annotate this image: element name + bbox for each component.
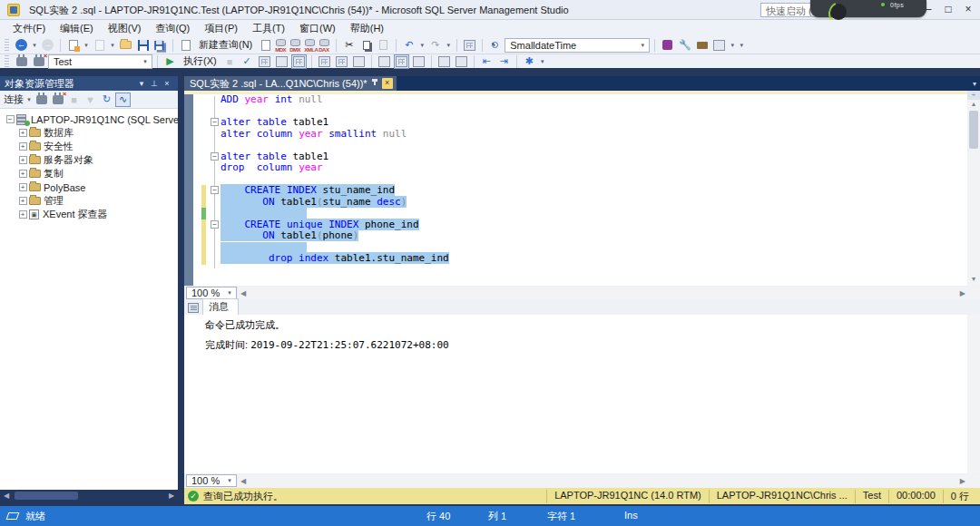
- undo-button[interactable]: ↶: [401, 38, 416, 53]
- client-stats-button[interactable]: [351, 54, 367, 69]
- connect-button[interactable]: [14, 54, 29, 69]
- code-line-1[interactable]: ADD year int null: [220, 94, 980, 106]
- xmla-query-button[interactable]: XMLA: [304, 39, 317, 52]
- properties-wrench-button[interactable]: 🔧: [677, 38, 692, 53]
- tree-item-6[interactable]: +▣XEvent 探查器: [0, 208, 178, 221]
- save-button[interactable]: [135, 38, 151, 53]
- menu-item-3[interactable]: 查询(Q): [148, 20, 197, 36]
- outline-collapse-icon[interactable]: −: [211, 118, 219, 126]
- tab-pin-icon[interactable]: [371, 79, 378, 88]
- toolbar-grip[interactable]: [5, 39, 9, 52]
- scroll-right-arrow[interactable]: ▶: [960, 289, 965, 297]
- scrollbar-thumb[interactable]: [15, 492, 78, 500]
- toolbar-overflow[interactable]: ▾: [738, 42, 745, 49]
- tree-item-5[interactable]: +管理: [0, 194, 178, 208]
- tree-expand-icon[interactable]: +: [19, 156, 27, 164]
- live-stats-button[interactable]: [274, 54, 289, 69]
- tree-expand-icon[interactable]: +: [19, 183, 27, 191]
- close-button[interactable]: ×: [958, 0, 978, 19]
- active-document-tab[interactable]: SQL实验 2 .sql - LA...Q1NC\Chris (54))* ×: [184, 76, 397, 91]
- tree-item-server[interactable]: −LAPTOP-JR91Q1NC (SQL Server 14.0.: [0, 112, 178, 126]
- tree-item-4[interactable]: +PolyBase: [0, 180, 178, 194]
- paste-button[interactable]: [376, 38, 391, 53]
- copy-button[interactable]: [358, 38, 374, 53]
- toolbox-button[interactable]: [694, 38, 710, 53]
- panel-menu-icon[interactable]: ▾: [135, 79, 148, 88]
- script-options-button[interactable]: [462, 38, 477, 53]
- navigate-back-dropdown[interactable]: ▾: [31, 42, 38, 49]
- connect-dropdown-button[interactable]: 连接: [4, 93, 24, 106]
- tab-close-icon[interactable]: ×: [382, 78, 393, 89]
- add-item-button[interactable]: [92, 38, 107, 53]
- tree-item-0[interactable]: +数据库: [0, 126, 178, 140]
- code-line-6[interactable]: alter table table1: [220, 151, 980, 163]
- mdx-query-button[interactable]: MDX: [275, 39, 288, 52]
- tree-expand-icon[interactable]: +: [19, 129, 27, 137]
- outline-collapse-icon[interactable]: −: [211, 186, 219, 194]
- tree-expand-icon[interactable]: −: [6, 115, 15, 123]
- parse-button[interactable]: ✓: [240, 54, 255, 69]
- tree-item-1[interactable]: +安全性: [0, 140, 178, 153]
- scroll-left-arrow[interactable]: ◀: [240, 477, 246, 485]
- results-to-text-button[interactable]: [377, 54, 392, 69]
- scroll-left-arrow[interactable]: ◀: [240, 289, 246, 297]
- redo-button[interactable]: ↷: [427, 38, 443, 53]
- save-all-button[interactable]: [152, 38, 168, 53]
- cancel-query-button[interactable]: ■: [222, 54, 238, 69]
- outline-collapse-icon[interactable]: −: [211, 220, 219, 229]
- pin-icon[interactable]: ⊥: [148, 79, 161, 88]
- connect-server-icon[interactable]: [34, 93, 49, 107]
- scroll-down-arrow[interactable]: ▼: [967, 276, 980, 282]
- estimated-plan-button[interactable]: [257, 54, 272, 69]
- editor-zoom-combo[interactable]: 100 %▾: [186, 287, 237, 299]
- comment-button[interactable]: [436, 54, 452, 69]
- cut-button[interactable]: ✂: [341, 38, 357, 53]
- messages-hscrollbar[interactable]: ◀ ▶: [239, 474, 980, 487]
- menu-item-6[interactable]: 窗口(W): [292, 20, 343, 36]
- increase-indent-button[interactable]: ⇥: [496, 54, 512, 69]
- split-handle-icon[interactable]: ÷: [967, 91, 980, 100]
- tree-expand-icon[interactable]: +: [19, 197, 27, 205]
- editor-vscrollbar[interactable]: ÷ ▲ ▼: [967, 91, 980, 286]
- code-area[interactable]: ADD year int nullalter table table1alter…: [220, 94, 980, 265]
- scroll-left-arrow[interactable]: ◀: [0, 492, 13, 500]
- messages-zoom-combo[interactable]: 100 %▾: [186, 474, 237, 487]
- results-to-file-button[interactable]: [411, 54, 426, 69]
- scroll-right-arrow[interactable]: ▶: [165, 492, 178, 500]
- messages-vscrollbar[interactable]: [967, 315, 980, 473]
- new-query-icon[interactable]: [178, 38, 193, 53]
- scrollbar-thumb[interactable]: [969, 111, 978, 149]
- tree-item-3[interactable]: +复制: [0, 167, 178, 180]
- menu-item-4[interactable]: 项目(P): [197, 20, 245, 36]
- tree-expand-icon[interactable]: +: [19, 142, 27, 151]
- toolbar-grip[interactable]: [5, 55, 9, 68]
- outline-collapse-icon[interactable]: −: [211, 152, 219, 161]
- execute-button[interactable]: 执行(X): [180, 54, 220, 68]
- editor-hscrollbar[interactable]: ◀ ▶: [239, 287, 980, 299]
- database-engine-query-button[interactable]: [258, 38, 273, 53]
- tree-item-2[interactable]: +服务器对象: [0, 153, 178, 167]
- new-project-button[interactable]: [65, 38, 81, 53]
- redo-dropdown[interactable]: ▾: [445, 42, 452, 49]
- results-to-grid-button[interactable]: [394, 54, 409, 69]
- filter-icon[interactable]: ▼: [83, 93, 98, 107]
- menu-item-5[interactable]: 工具(T): [245, 20, 292, 36]
- code-line-2[interactable]: [220, 106, 980, 118]
- connect-dropdown-arrow[interactable]: ▾: [25, 96, 33, 103]
- sql-editor[interactable]: ADD year int nullalter table table1alter…: [184, 91, 980, 286]
- menu-item-2[interactable]: 视图(V): [101, 20, 149, 36]
- menu-item-0[interactable]: 文件(F): [5, 20, 53, 36]
- code-line-13[interactable]: ON table1(phone): [220, 230, 980, 242]
- new-query-button[interactable]: 新建查询(N): [195, 38, 256, 52]
- code-line-4[interactable]: alter column year smallint null: [220, 129, 980, 141]
- command-window-dropdown[interactable]: ▾: [729, 42, 736, 49]
- dmx-query-button[interactable]: DMX: [289, 39, 302, 52]
- undo-dropdown[interactable]: ▾: [418, 42, 426, 49]
- intellisense-button[interactable]: [317, 54, 332, 69]
- object-explorer-hscrollbar[interactable]: ◀ ▶: [0, 490, 178, 502]
- change-connection-button[interactable]: [31, 54, 46, 69]
- decrease-indent-button[interactable]: ⇤: [479, 54, 495, 69]
- minimize-button[interactable]: –: [918, 0, 938, 19]
- specify-values-button[interactable]: ✱: [522, 54, 537, 69]
- code-line-10[interactable]: ON table1(stu_name desc): [220, 197, 980, 209]
